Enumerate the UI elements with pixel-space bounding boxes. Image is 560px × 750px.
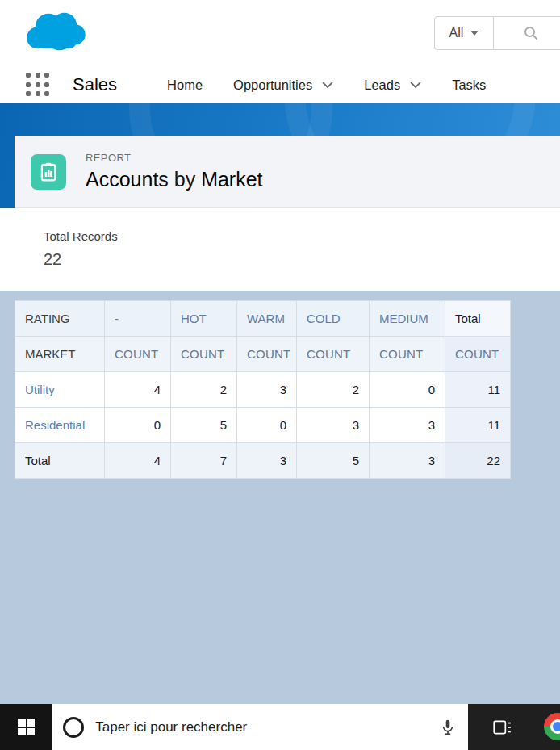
header-count-total: COUNT (445, 337, 511, 372)
nav-item-tasks[interactable]: Tasks (452, 78, 486, 93)
header-rating-cold: COLD (297, 301, 370, 337)
cell-column-total: 4 (105, 443, 171, 479)
nav-bar: Sales Home Opportunities Leads Tasks (26, 66, 486, 103)
cell-value: 0 (237, 408, 297, 443)
page-title: Accounts by Market (86, 168, 263, 191)
header-count: COUNT (370, 337, 445, 372)
microphone-icon[interactable] (439, 718, 457, 737)
table-header-row-market: MARKET COUNT COUNT COUNT COUNT COUNT COU… (15, 337, 511, 372)
table-row-residential: Residential 0 5 0 3 3 11 (15, 408, 511, 443)
nav-item-label: Leads (364, 78, 400, 93)
table-header-row-rating: RATING - HOT WARM COLD MEDIUM Total (15, 301, 511, 337)
header-count: COUNT (297, 337, 370, 372)
report-type-label: REPORT (86, 152, 263, 164)
header-total: Total (445, 301, 511, 337)
cell-value: 3 (237, 372, 297, 408)
nav-item-opportunities[interactable]: Opportunities (233, 78, 333, 93)
page-background-banner: REPORT Accounts by Market (0, 103, 560, 208)
cell-value: 2 (297, 372, 370, 408)
windows-taskbar: Taper ici pour rechercher (0, 704, 560, 750)
chrome-icon (544, 713, 560, 740)
header-count: COUNT (105, 337, 171, 372)
table-row-utility: Utility 4 2 3 2 0 11 (15, 372, 511, 408)
header-count: COUNT (237, 337, 297, 372)
header-rating-none: - (105, 301, 171, 337)
row-label-utility[interactable]: Utility (15, 372, 105, 408)
cell-value: 0 (105, 408, 171, 443)
app-name: Sales (73, 74, 117, 95)
report-table: RATING - HOT WARM COLD MEDIUM Total MARK… (15, 300, 511, 479)
cell-value: 5 (171, 408, 237, 443)
dropdown-caret-icon (470, 31, 479, 36)
windows-start-icon (18, 719, 35, 735)
report-body: RATING - HOT WARM COLD MEDIUM Total MARK… (0, 291, 560, 704)
header-count: COUNT (171, 337, 237, 372)
cell-column-total: 7 (171, 443, 237, 479)
header-rating-hot: HOT (171, 301, 237, 337)
header-rating-warm: WARM (237, 301, 297, 337)
report-header: REPORT Accounts by Market (15, 136, 560, 208)
app-launcher-icon[interactable] (26, 73, 50, 97)
app-header: All Sales Home Opportunities (0, 0, 560, 103)
cell-row-total: 11 (445, 372, 511, 408)
search-scope-label: All (449, 26, 464, 40)
global-search: All (434, 16, 560, 50)
cell-value: 3 (370, 408, 445, 443)
search-scope-dropdown[interactable]: All (434, 16, 494, 50)
report-meta: REPORT Accounts by Market (86, 152, 263, 191)
report-clipboard-icon (38, 161, 59, 182)
nav-item-label: Home (167, 78, 203, 93)
nav-item-leads[interactable]: Leads (364, 78, 421, 93)
nav-item-label: Opportunities (233, 78, 312, 93)
cell-value: 3 (297, 408, 370, 443)
cell-value: 2 (171, 372, 237, 408)
cloud-icon (19, 6, 90, 55)
search-icon (523, 25, 539, 41)
salesforce-cloud-logo (19, 6, 90, 58)
cell-value: 0 (370, 372, 445, 408)
start-button[interactable] (0, 704, 52, 750)
chevron-down-icon[interactable] (322, 82, 333, 88)
total-records-label: Total Records (44, 229, 560, 243)
cell-row-total: 11 (445, 408, 511, 443)
header-market: MARKET (15, 337, 105, 372)
cell-value: 4 (105, 372, 171, 408)
global-search-input[interactable] (494, 16, 560, 50)
cell-column-total: 3 (370, 443, 445, 479)
cell-column-total: 3 (237, 443, 297, 479)
report-icon (31, 154, 66, 190)
total-records-value: 22 (44, 250, 560, 269)
nav-items: Home Opportunities Leads Tasks (167, 78, 486, 93)
taskbar-search-field[interactable]: Taper ici pour rechercher (52, 704, 468, 750)
total-row-label: Total (15, 443, 105, 479)
chevron-down-icon[interactable] (410, 82, 421, 88)
nav-item-home[interactable]: Home (167, 78, 203, 93)
table-total-row: Total 4 7 3 5 3 22 (15, 443, 511, 479)
summary-strip: Total Records 22 (0, 208, 560, 291)
taskbar-search-placeholder: Taper ici pour rechercher (95, 719, 247, 735)
cortana-circle-icon (63, 717, 84, 738)
chrome-taskbar-button[interactable] (524, 704, 560, 750)
task-view-button[interactable] (479, 704, 524, 750)
header-rating-medium: MEDIUM (370, 301, 445, 337)
header-rating: RATING (15, 301, 105, 337)
row-label-residential[interactable]: Residential (15, 408, 105, 443)
nav-item-label: Tasks (452, 78, 486, 93)
cell-grand-total: 22 (445, 443, 511, 479)
cell-column-total: 5 (297, 443, 370, 479)
task-view-icon (491, 717, 512, 738)
